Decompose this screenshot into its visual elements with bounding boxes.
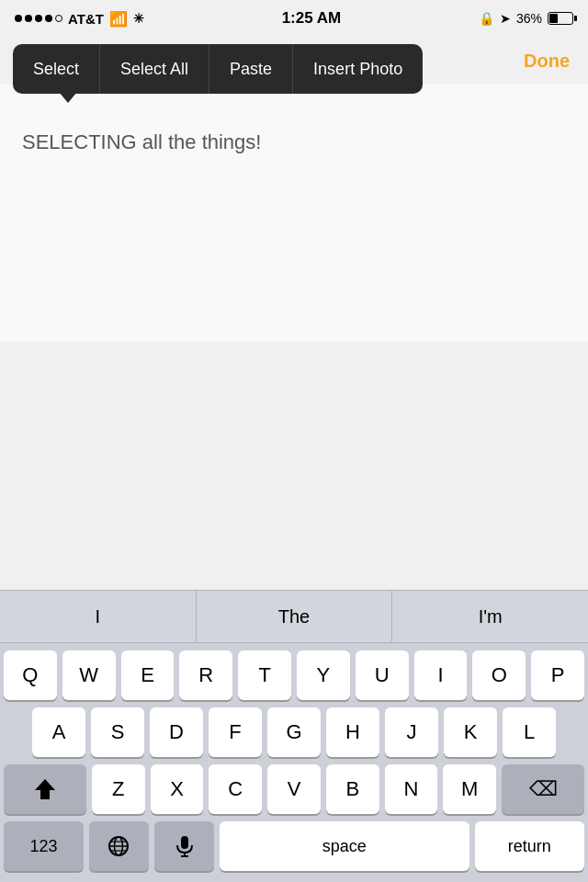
key-n[interactable]: N bbox=[385, 764, 438, 814]
pred-item-im[interactable]: I'm bbox=[392, 591, 588, 642]
key-x[interactable]: X bbox=[151, 764, 204, 814]
svg-rect-6 bbox=[181, 836, 188, 849]
wifi-icon: 📶 bbox=[109, 10, 128, 28]
shift-key[interactable] bbox=[4, 764, 86, 814]
keyboard-rows: Q W E R T Y U I O P A S D F G H J K L bbox=[0, 643, 588, 882]
key-u[interactable]: U bbox=[356, 650, 409, 700]
signal-icon bbox=[15, 15, 62, 22]
popup-menu: Select Select All Paste Insert Photo bbox=[13, 44, 423, 94]
key-o[interactable]: O bbox=[472, 650, 526, 700]
key-a[interactable]: A bbox=[32, 707, 85, 757]
key-q[interactable]: Q bbox=[4, 650, 57, 700]
key-row-1: Q W E R T Y U I O P bbox=[4, 650, 584, 700]
key-g[interactable]: G bbox=[267, 707, 321, 757]
delete-icon: ⌫ bbox=[529, 777, 558, 801]
key-i[interactable]: I bbox=[414, 650, 468, 700]
key-h[interactable]: H bbox=[326, 707, 379, 757]
key-k[interactable]: K bbox=[444, 707, 497, 757]
activity-icon: ✳ bbox=[133, 11, 144, 26]
key-y[interactable]: Y bbox=[297, 650, 350, 700]
svg-marker-0 bbox=[35, 779, 55, 799]
globe-key[interactable] bbox=[89, 821, 149, 871]
key-p[interactable]: P bbox=[531, 650, 584, 700]
popup-paste[interactable]: Paste bbox=[209, 44, 293, 94]
note-content-area[interactable]: SELECTING all the things! bbox=[0, 85, 588, 342]
key-t[interactable]: T bbox=[238, 650, 291, 700]
carrier-label: AT&T bbox=[68, 11, 104, 27]
popup-insert-photo[interactable]: Insert Photo bbox=[293, 44, 423, 94]
popup-select[interactable]: Select bbox=[13, 44, 100, 94]
key-row-3: Z X C V B N M ⌫ bbox=[4, 764, 584, 814]
note-text: SELECTING all the things! bbox=[22, 130, 261, 153]
key-row-2: A S D F G H J K L bbox=[4, 707, 584, 757]
popup-select-all[interactable]: Select All bbox=[100, 44, 209, 94]
key-d[interactable]: D bbox=[150, 707, 203, 757]
key-m[interactable]: M bbox=[443, 764, 496, 814]
delete-key[interactable]: ⌫ bbox=[502, 764, 584, 814]
shift-icon bbox=[33, 777, 57, 801]
key-z[interactable]: Z bbox=[92, 764, 145, 814]
predictive-bar: I The I'm bbox=[0, 590, 588, 643]
key-e[interactable]: E bbox=[121, 650, 175, 700]
key-c[interactable]: C bbox=[209, 764, 262, 814]
key-r[interactable]: R bbox=[179, 650, 232, 700]
status-bar: AT&T 📶 ✳ 1:25 AM 🔒 ➤ 36% bbox=[0, 0, 588, 37]
nav-bar: Select Select All Paste Insert Photo ‹ B… bbox=[0, 37, 588, 85]
key-v[interactable]: V bbox=[267, 764, 321, 814]
microphone-icon bbox=[175, 835, 194, 857]
return-key[interactable]: return bbox=[475, 821, 584, 871]
clock: 1:25 AM bbox=[282, 9, 342, 28]
keyboard-container: I The I'm Q W E R T Y U I O P A S D F G … bbox=[0, 590, 588, 882]
key-s[interactable]: S bbox=[91, 707, 144, 757]
globe-icon bbox=[107, 835, 130, 857]
key-f[interactable]: F bbox=[209, 707, 262, 757]
key-l[interactable]: L bbox=[503, 707, 556, 757]
location-icon: ➤ bbox=[500, 11, 511, 26]
key-b[interactable]: B bbox=[326, 764, 379, 814]
numbers-key[interactable]: 123 bbox=[4, 821, 84, 871]
lock-icon: 🔒 bbox=[479, 11, 494, 26]
battery-percent: 36% bbox=[516, 11, 542, 26]
key-row-4: 123 space return bbox=[4, 821, 584, 871]
status-left: AT&T 📶 ✳ bbox=[15, 10, 144, 28]
status-right: 🔒 ➤ 36% bbox=[479, 11, 573, 26]
key-w[interactable]: W bbox=[62, 650, 116, 700]
done-button[interactable]: Done bbox=[524, 51, 570, 72]
battery-icon bbox=[548, 12, 573, 25]
key-j[interactable]: J bbox=[385, 707, 438, 757]
mic-key[interactable] bbox=[154, 821, 214, 871]
space-key[interactable]: space bbox=[220, 821, 469, 871]
pred-item-i[interactable]: I bbox=[0, 591, 197, 642]
pred-item-the[interactable]: The bbox=[197, 591, 393, 642]
